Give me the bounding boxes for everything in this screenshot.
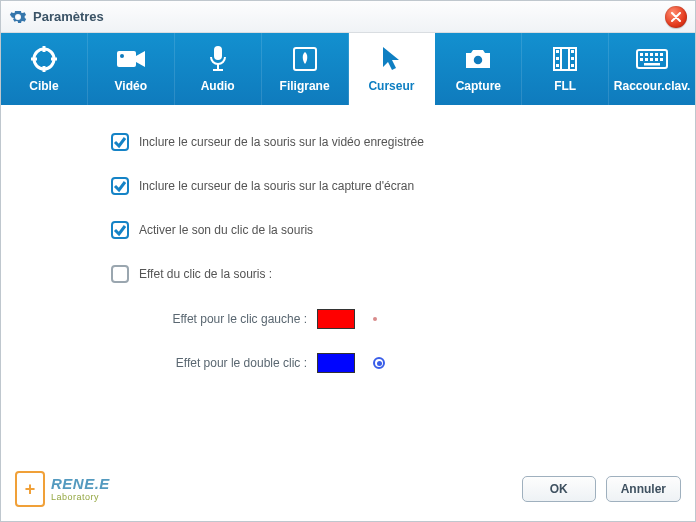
- tab-label: FLL: [554, 79, 576, 93]
- svg-rect-21: [571, 57, 574, 60]
- watermark-icon: [292, 45, 318, 73]
- svg-rect-18: [556, 57, 559, 60]
- tab-curseur[interactable]: Curseur: [349, 33, 436, 105]
- svg-rect-22: [571, 64, 574, 67]
- tab-video[interactable]: Vidéo: [88, 33, 175, 105]
- tab-label: Cible: [29, 79, 58, 93]
- checkbox-include-capture[interactable]: [111, 177, 129, 195]
- label-include-video: Inclure le curseur de la souris sur la v…: [139, 135, 424, 149]
- checkbox-row-include-capture: Inclure le curseur de la souris sur la c…: [111, 177, 655, 195]
- settings-window: Paramètres CibleVidéoAudioFiligraneCurse…: [0, 0, 696, 522]
- brand-sub: Laboratory: [51, 493, 110, 502]
- svg-marker-13: [383, 47, 399, 70]
- footer: + RENE.E Laboratory OK Annuler: [1, 465, 695, 521]
- svg-rect-17: [556, 50, 559, 53]
- svg-rect-31: [640, 58, 643, 61]
- logo-badge-icon: +: [15, 471, 45, 507]
- svg-rect-19: [556, 64, 559, 67]
- svg-rect-34: [655, 58, 658, 61]
- filmstrip-icon: [552, 45, 578, 73]
- content-curseur: Inclure le curseur de la souris sur la v…: [1, 105, 695, 465]
- svg-rect-35: [660, 58, 663, 61]
- camera-icon: [116, 45, 146, 73]
- photo-icon: [463, 45, 493, 73]
- checkbox-row-click-effect: Effet du clic de la souris :: [111, 265, 655, 283]
- target-icon: [30, 45, 58, 73]
- svg-rect-30: [660, 53, 663, 56]
- tab-filigrane[interactable]: Filigrane: [262, 33, 349, 105]
- ok-button[interactable]: OK: [522, 476, 596, 502]
- tab-fll[interactable]: FLL: [522, 33, 609, 105]
- double-click-preview-ring: [373, 357, 385, 369]
- svg-rect-6: [117, 51, 136, 67]
- tab-capture[interactable]: Capture: [435, 33, 522, 105]
- label-click-effect: Effet du clic de la souris :: [139, 267, 272, 281]
- tab-audio[interactable]: Audio: [175, 33, 262, 105]
- cursor-icon: [380, 45, 402, 73]
- cancel-button[interactable]: Annuler: [606, 476, 681, 502]
- label-left-click-color: Effet pour le clic gauche :: [147, 312, 317, 326]
- svg-rect-28: [650, 53, 653, 56]
- svg-rect-29: [655, 53, 658, 56]
- checkbox-row-click-sound: Activer le son du clic de la souris: [111, 221, 655, 239]
- checkbox-click-effect[interactable]: [111, 265, 129, 283]
- svg-rect-26: [640, 53, 643, 56]
- tab-label: Capture: [456, 79, 501, 93]
- tab-bar: CibleVidéoAudioFiligraneCurseurCaptureFL…: [1, 33, 695, 105]
- svg-marker-7: [136, 51, 145, 67]
- brand-logo: + RENE.E Laboratory: [15, 471, 110, 507]
- microphone-icon: [208, 45, 228, 73]
- click-preview-dot: [373, 317, 377, 321]
- svg-rect-20: [571, 50, 574, 53]
- checkbox-include-video[interactable]: [111, 133, 129, 151]
- row-double-click-color: Effet pour le double clic :: [147, 353, 655, 373]
- titlebar: Paramètres: [1, 1, 695, 33]
- label-include-capture: Inclure le curseur de la souris sur la c…: [139, 179, 414, 193]
- tab-label: Vidéo: [115, 79, 147, 93]
- checkbox-row-include-video: Inclure le curseur de la souris sur la v…: [111, 133, 655, 151]
- svg-point-8: [120, 54, 124, 58]
- svg-rect-32: [645, 58, 648, 61]
- color-picker-left-click[interactable]: [317, 309, 355, 329]
- brand-name: RENE.E: [51, 476, 110, 491]
- svg-rect-27: [645, 53, 648, 56]
- checkbox-click-sound[interactable]: [111, 221, 129, 239]
- keyboard-icon: [636, 45, 668, 73]
- tab-label: Raccour.clav.: [614, 79, 691, 93]
- svg-rect-36: [644, 63, 660, 66]
- window-title: Paramètres: [33, 9, 104, 24]
- label-click-sound: Activer le son du clic de la souris: [139, 223, 313, 237]
- label-double-click-color: Effet pour le double clic :: [147, 356, 317, 370]
- close-button[interactable]: [665, 6, 687, 28]
- color-picker-double-click[interactable]: [317, 353, 355, 373]
- svg-rect-9: [214, 46, 222, 60]
- tab-label: Audio: [201, 79, 235, 93]
- tab-cible[interactable]: Cible: [1, 33, 88, 105]
- svg-rect-33: [650, 58, 653, 61]
- row-left-click-color: Effet pour le clic gauche :: [147, 309, 655, 329]
- svg-point-0: [16, 15, 20, 19]
- tab-label: Curseur: [368, 79, 414, 93]
- gear-icon: [9, 8, 27, 26]
- tab-raccourci[interactable]: Raccour.clav.: [609, 33, 695, 105]
- tab-label: Filigrane: [280, 79, 330, 93]
